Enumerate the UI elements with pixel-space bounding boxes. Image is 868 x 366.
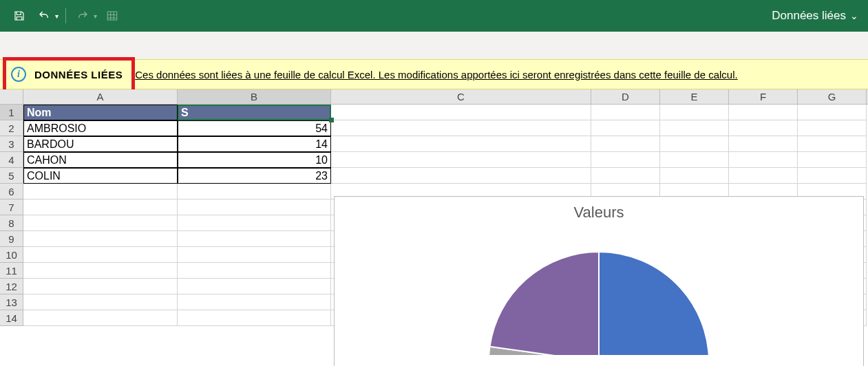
cell-F3[interactable] [729, 136, 798, 152]
col-header-B[interactable]: B [178, 89, 331, 104]
row-header-6[interactable]: 6 [0, 184, 23, 200]
cell-A9[interactable] [23, 231, 178, 247]
col-header-D[interactable]: D [591, 89, 660, 104]
cell-E3[interactable] [660, 136, 729, 152]
cell-C4[interactable] [331, 152, 591, 168]
save-button[interactable] [10, 6, 29, 25]
cell-E1[interactable] [660, 105, 729, 120]
cell-B12[interactable] [178, 279, 331, 294]
cell-B6[interactable] [178, 184, 331, 200]
document-title-dropdown[interactable]: Données liées ⌄ [772, 9, 858, 23]
chart[interactable]: Valeurs [334, 196, 864, 366]
cell-D4[interactable] [591, 152, 660, 168]
col-header-G[interactable]: G [798, 89, 867, 104]
col-header-E[interactable]: E [660, 89, 729, 104]
cell-B4[interactable]: 10 [178, 152, 331, 168]
row-header-5[interactable]: 5 [0, 168, 23, 184]
undo-button[interactable] [34, 6, 54, 25]
cell-A13[interactable] [23, 294, 178, 310]
cell-G2[interactable] [798, 120, 867, 136]
cell-A12[interactable] [23, 279, 178, 294]
cell-B14[interactable] [178, 310, 331, 326]
cell-D2[interactable] [591, 120, 660, 136]
cell-A2[interactable]: AMBROSIO [23, 120, 178, 136]
cell-A6[interactable] [23, 184, 178, 200]
row-header-9[interactable]: 9 [0, 231, 23, 247]
row-header-7[interactable]: 7 [0, 200, 23, 215]
cell-A8[interactable] [23, 215, 178, 231]
row-header-2[interactable]: 2 [0, 120, 23, 136]
cell-A4[interactable]: CAHON [23, 152, 178, 168]
cell-A14[interactable] [23, 310, 178, 326]
row-header-8[interactable]: 8 [0, 215, 23, 231]
cell-B1[interactable]: S [178, 105, 331, 120]
cell-B5[interactable]: 23 [178, 168, 331, 184]
cell-D5[interactable] [591, 168, 660, 184]
ribbon-gap [0, 32, 868, 59]
cell-B13[interactable] [178, 294, 331, 310]
cell-C5[interactable] [331, 168, 591, 184]
cell-G3[interactable] [798, 136, 867, 152]
cell-E4[interactable] [660, 152, 729, 168]
column-headers: A B C D E F G [0, 89, 868, 105]
row-1: 1 Nom S [0, 105, 868, 120]
cell-A11[interactable] [23, 263, 178, 279]
document-title: Données liées [772, 9, 846, 23]
table-button[interactable] [103, 6, 122, 25]
chart-title: Valeurs [335, 204, 863, 222]
row-header-1[interactable]: 1 [0, 105, 23, 120]
undo-dropdown[interactable]: ▾ [55, 12, 59, 20]
col-header-C[interactable]: C [331, 89, 591, 104]
cell-C2[interactable] [331, 120, 591, 136]
sheet-area: A B C D E F G 1 Nom S 2 AMBROSIO 54 3 BA… [0, 89, 868, 326]
cell-B3[interactable]: 14 [178, 136, 331, 152]
redo-button[interactable] [73, 6, 92, 25]
info-bar: i DONNÉES LIÉES Ces données sont liées à… [0, 59, 868, 89]
undo-icon [36, 10, 52, 22]
cell-B11[interactable] [178, 263, 331, 279]
cell-D1[interactable] [591, 105, 660, 120]
cell-A10[interactable] [23, 247, 178, 263]
row-2: 2 AMBROSIO 54 [0, 120, 868, 136]
cell-F2[interactable] [729, 120, 798, 136]
cell-B2[interactable]: 54 [178, 120, 331, 136]
redo-dropdown[interactable]: ▾ [94, 12, 97, 20]
cell-A7[interactable] [23, 200, 178, 215]
cell-E5[interactable] [660, 168, 729, 184]
row-header-14[interactable]: 14 [0, 310, 23, 326]
cell-C3[interactable] [331, 136, 591, 152]
cell-B8[interactable] [178, 215, 331, 231]
cell-B7[interactable] [178, 200, 331, 215]
redo-icon [75, 10, 90, 22]
table-icon [105, 10, 119, 22]
cell-G5[interactable] [798, 168, 867, 184]
row-header-11[interactable]: 11 [0, 263, 23, 279]
row-header-10[interactable]: 10 [0, 247, 23, 263]
cell-G1[interactable] [798, 105, 867, 120]
select-all-corner[interactable] [0, 89, 23, 104]
col-header-F[interactable]: F [729, 89, 798, 104]
row-header-4[interactable]: 4 [0, 152, 23, 168]
cell-F5[interactable] [729, 168, 798, 184]
cell-D3[interactable] [591, 136, 660, 152]
row-header-13[interactable]: 13 [0, 294, 23, 310]
cell-A5[interactable]: COLIN [23, 168, 178, 184]
chevron-down-icon: ⌄ [850, 10, 858, 21]
row-header-3[interactable]: 3 [0, 136, 23, 152]
cell-F1[interactable] [729, 105, 798, 120]
cell-A3[interactable]: BARDOU [23, 136, 178, 152]
row-header-12[interactable]: 12 [0, 279, 23, 294]
cell-G4[interactable] [798, 152, 867, 168]
cell-E2[interactable] [660, 120, 729, 136]
info-message[interactable]: Ces données sont liées à une feuille de … [135, 69, 738, 80]
info-title: DONNÉES LIÉES [34, 69, 123, 80]
pie-chart [489, 231, 709, 355]
separator [65, 8, 66, 23]
cell-B10[interactable] [178, 247, 331, 263]
row-5: 5 COLIN 23 [0, 168, 868, 184]
cell-C1[interactable] [331, 105, 591, 120]
col-header-A[interactable]: A [23, 89, 178, 104]
cell-F4[interactable] [729, 152, 798, 168]
cell-B9[interactable] [178, 231, 331, 247]
cell-A1[interactable]: Nom [23, 105, 178, 120]
